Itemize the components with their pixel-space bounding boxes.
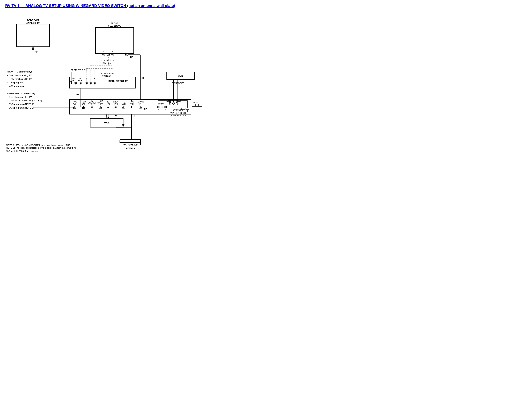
- svg-text:TV: TV: [139, 103, 141, 105]
- svg-text:ANTENNA: ANTENNA: [126, 147, 135, 149]
- svg-text:TV ANT: TV ANT: [128, 103, 134, 105]
- svg-point-50: [126, 54, 127, 55]
- svg-point-51: [32, 48, 33, 49]
- sat-in-label: SAT: [72, 78, 75, 80]
- svg-rect-33: [199, 104, 202, 106]
- svg-text:R: R: [158, 109, 159, 110]
- from-sat-dish-label: FROM SAT DISH: [71, 69, 87, 71]
- svg-text:ANALOG TV: ANALOG TV: [108, 25, 121, 27]
- from-sat-label: FROM: [81, 101, 86, 103]
- svg-point-35: [75, 83, 76, 84]
- notes-section: NOTE 1: If TV has COMPOSITE inputs, use …: [6, 144, 77, 153]
- svg-text:(NOTE 1): (NOTE 1): [102, 62, 111, 64]
- to-exterior-label: TO: [91, 100, 93, 102]
- svg-point-14: [74, 107, 75, 108]
- svg-point-19: [115, 107, 116, 108]
- 12v-connector-box: [192, 104, 195, 106]
- svg-text:AUX: AUX: [73, 103, 76, 105]
- svg-text:NON-POWERED: NON-POWERED: [123, 144, 138, 146]
- svg-text:V: V: [165, 109, 166, 110]
- svg-point-16: [91, 107, 93, 108]
- sat-out-label: SAT: [79, 78, 82, 80]
- svg-point-21: [140, 107, 141, 108]
- to-main-tv-label: TO MAIN: [137, 101, 144, 103]
- svg-text:OUT: OUT: [78, 80, 82, 81]
- vcr-rf-left-label: RF: [105, 114, 108, 117]
- svg-text:L: L: [161, 109, 162, 110]
- front-tv-label: FRONT: [111, 22, 119, 25]
- svg-text:VIDEO SWITCH: VIDEO SWITCH: [171, 114, 186, 117]
- svg-point-28: [170, 103, 171, 104]
- svg-point-42: [90, 83, 91, 84]
- ant-rf-label: RF: [133, 114, 136, 117]
- svg-text:TV: TV: [99, 104, 101, 106]
- svg-text:SAT: SAT: [82, 103, 85, 105]
- svg-text:R: R: [103, 51, 104, 53]
- front-rf-vertical-label: RF: [141, 77, 144, 79]
- vcr-rf-right-label: RF: [144, 108, 147, 110]
- svg-text:L: L: [108, 51, 109, 53]
- svg-text:VCR: VCR: [122, 103, 126, 105]
- svg-text:EXTERIOR: EXTERIOR: [88, 102, 96, 104]
- svg-rect-31: [186, 108, 189, 110]
- dish-rf-label: RF: [76, 93, 79, 96]
- svg-text:TV: TV: [91, 104, 93, 106]
- svg-point-37: [80, 83, 81, 84]
- svg-point-23: [162, 107, 163, 108]
- front-tv-rf-label: RF: [130, 56, 133, 58]
- from-aux-label: FROM: [72, 101, 77, 103]
- svg-point-17: [100, 107, 101, 108]
- svg-rect-32: [196, 104, 199, 106]
- svg-point-29: [173, 103, 174, 104]
- svg-text:(NOTE 1): (NOTE 1): [102, 75, 111, 77]
- composite-note1-bottom-label: COMPOSITE: [101, 73, 114, 75]
- vcr-label: VCR: [104, 122, 109, 124]
- svg-point-41: [86, 83, 87, 84]
- dvd-composite-label: COMPOSITE: [172, 82, 184, 85]
- page-title: RV TV 1 — ANALOG TV SETUP USING WINEGARD…: [5, 3, 214, 8]
- svg-text:CABLE: CABLE: [98, 102, 103, 104]
- audio-label: AUDIO: [158, 103, 164, 105]
- from-cable-label: FROM: [98, 100, 103, 102]
- front-tv-box: [95, 28, 134, 54]
- to-vcr-label: TO: [123, 101, 125, 103]
- svg-point-43: [94, 83, 95, 84]
- front-tv-capabilities: FRONT TV can display: – Over-the-air ana…: [7, 70, 63, 110]
- svg-point-18: [108, 108, 108, 108]
- svg-text:TV2: TV2: [107, 103, 110, 105]
- svg-text:V: V: [112, 51, 114, 53]
- winegard-name-label: WINEGARD 6412: [171, 112, 187, 114]
- dvd-label: DVD: [178, 74, 183, 77]
- dvd-output-switch: [181, 108, 185, 110]
- bedroom-tv-box: [17, 24, 50, 47]
- svg-point-20: [123, 107, 124, 108]
- to-tv2-label: TO: [107, 101, 109, 103]
- dish-direct-label: DISH / DIRECT TV: [108, 80, 128, 82]
- vcr-rf-bottom-label: RF: [121, 124, 124, 126]
- svg-text:ANALOG TV: ANALOG TV: [26, 22, 40, 24]
- composite-note1-top-label: COMPOSITE: [101, 60, 114, 62]
- svg-point-30: [177, 103, 178, 104]
- svg-text:IN: IN: [72, 80, 74, 81]
- from-vcr-arrow: [115, 114, 117, 116]
- antenna-shape: NON-POWERED ANTENNA: [120, 139, 141, 149]
- from-vcr-label: FROM: [113, 101, 118, 103]
- svg-point-22: [158, 107, 159, 108]
- svg-text:VCR: VCR: [114, 103, 118, 105]
- from-dvd-label: FROM DVD: [165, 100, 174, 102]
- svg-point-27: [165, 107, 166, 108]
- bedroom-tv-rf-label: RF: [35, 51, 38, 53]
- 12vdc-label: 12 VDC: [193, 101, 199, 103]
- bedroom-tv-label: BEDROOM: [27, 19, 39, 22]
